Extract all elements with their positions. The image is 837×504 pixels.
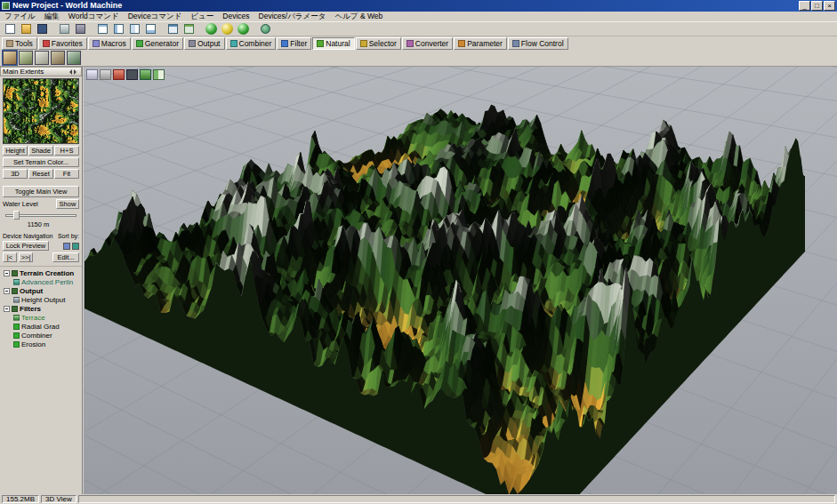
menu-world-commands[interactable]: Worldコマンド — [64, 12, 124, 21]
view-3d-button[interactable]: 3D — [3, 169, 28, 179]
toggle-main-view-button[interactable]: Toggle Main View — [3, 186, 79, 197]
combiner-tab-icon — [230, 40, 237, 47]
device-tab-bar: Tools Favorites Macros Generator Output … — [0, 36, 837, 50]
terrain-preview[interactable] — [3, 78, 79, 144]
tab-tools[interactable]: Tools — [2, 37, 37, 50]
tree-item-height-output[interactable]: Height Output — [0, 295, 82, 304]
close-button[interactable]: × — [824, 1, 835, 11]
menu-edit[interactable]: 編集 — [40, 12, 64, 21]
layout-split-icon — [114, 24, 124, 34]
converter-tab-icon — [406, 40, 414, 47]
tab-label: Tools — [15, 39, 33, 48]
water-level-slider[interactable] — [5, 211, 76, 220]
minimize-button[interactable]: _ — [799, 1, 810, 11]
app-icon — [2, 2, 10, 10]
tree-group-filters[interactable]: Filters — [0, 304, 82, 313]
world-machine-window: New Project - World Machine _ □ × ファイル 編… — [0, 0, 837, 504]
menu-file[interactable]: ファイル — [0, 12, 40, 21]
shade-mode-button[interactable]: Shade — [28, 146, 53, 156]
edit-device-button[interactable]: Edit... — [52, 252, 79, 262]
layout-single-button[interactable] — [95, 22, 110, 36]
water-level-label: Water Level — [3, 200, 38, 208]
water-show-button[interactable]: Show — [56, 199, 79, 209]
fit-view-button[interactable]: Fit — [54, 169, 79, 179]
toolbar-separator — [197, 22, 203, 36]
overlay-toggle-icon[interactable] — [153, 69, 165, 80]
3d-view-canvas[interactable] — [84, 67, 837, 494]
device-workview-button[interactable] — [165, 22, 181, 36]
tab-natural[interactable]: Natural — [312, 37, 354, 50]
collapse-icon[interactable] — [4, 288, 10, 294]
open-folder-icon — [21, 24, 31, 34]
tab-parameter[interactable]: Parameter — [454, 37, 507, 50]
menu-help-web[interactable]: ヘルプ & Web — [330, 12, 387, 21]
tab-generator[interactable]: Generator — [132, 37, 183, 50]
toolbar-separator — [252, 22, 257, 36]
left-panel: Main Extents Height Shade H+S Set Terrai… — [0, 67, 83, 494]
sort-swatch-green[interactable] — [72, 243, 79, 250]
texture-icon[interactable] — [140, 69, 151, 80]
maximize-button[interactable]: □ — [811, 1, 823, 11]
natural-device-icon-1[interactable] — [3, 51, 17, 65]
collapse-icon[interactable] — [4, 306, 10, 312]
menu-devices[interactable]: Devices — [218, 12, 254, 21]
tree-item-combiner[interactable]: Combiner — [0, 331, 82, 340]
tree-item-label: Radial Grad — [21, 323, 60, 331]
camera-view-icon[interactable] — [86, 69, 98, 80]
menu-device-parameters[interactable]: Devices/パラメータ — [254, 12, 331, 21]
tab-filter[interactable]: Filter — [277, 37, 311, 50]
tab-flow-control[interactable]: Flow Control — [508, 37, 568, 50]
render-world-button[interactable] — [236, 22, 251, 36]
new-file-button[interactable] — [3, 22, 18, 36]
build-progress-button[interactable] — [220, 22, 235, 36]
menu-view[interactable]: ビュー — [186, 12, 218, 21]
lighting-icon[interactable] — [113, 69, 125, 80]
build-world-button[interactable] — [204, 22, 219, 36]
tab-converter[interactable]: Converter — [402, 37, 453, 50]
tree-group-output[interactable]: Output — [0, 286, 82, 295]
device-navigation-row: Device Navigation Sort by: — [0, 232, 82, 240]
collapse-icon[interactable] — [4, 270, 10, 276]
slider-thumb[interactable] — [13, 211, 20, 220]
sort-swatch-blue[interactable] — [63, 243, 70, 250]
natural-device-icon-4[interactable] — [51, 51, 65, 65]
snapshot-button[interactable] — [73, 22, 88, 36]
display-mode-icon[interactable] — [100, 69, 111, 80]
height-mode-button[interactable]: Height — [3, 146, 28, 156]
layout-wide-button[interactable] — [143, 22, 158, 36]
tab-macros[interactable]: Macros — [88, 37, 131, 50]
layout-split-button[interactable] — [111, 22, 126, 36]
lock-preview-row: Lock Preview — [0, 240, 82, 252]
open-button[interactable] — [19, 22, 34, 36]
perspective-icon[interactable] — [126, 69, 138, 80]
menu-device-commands[interactable]: Deviceコマンド — [124, 12, 187, 21]
device-icon — [13, 297, 20, 303]
tree-item-advanced-perlin[interactable]: Advanced Perlin — [0, 277, 82, 286]
first-device-button[interactable]: |< — [3, 252, 17, 262]
natural-device-icon-5[interactable] — [67, 51, 81, 65]
lock-preview-button[interactable]: Lock Preview — [3, 241, 49, 251]
viewport-toolbar — [86, 69, 165, 80]
height-shade-mode-button[interactable]: H+S — [54, 146, 79, 156]
save-button[interactable] — [35, 22, 50, 36]
scroll-left-icon[interactable] — [67, 69, 72, 75]
tree-item-terrace[interactable]: Terrace — [0, 313, 82, 322]
layout-quad-button[interactable] — [127, 22, 142, 36]
export-button[interactable] — [57, 22, 72, 36]
tree-item-erosion[interactable]: Erosion — [0, 340, 82, 348]
scene-view-button[interactable] — [181, 22, 197, 36]
scroll-right-icon[interactable] — [74, 69, 79, 75]
viewport-3d — [84, 67, 837, 494]
tree-group-terrain-creation[interactable]: Terrain Creation — [0, 268, 82, 277]
world-parameters-button[interactable] — [258, 22, 273, 36]
natural-device-icon-3[interactable] — [35, 51, 49, 65]
tab-favorites[interactable]: Favorites — [38, 37, 87, 50]
set-terrain-color-button[interactable]: Set Terrain Color... — [3, 157, 79, 167]
reset-view-button[interactable]: Reset — [28, 169, 53, 179]
tree-item-radial-grad[interactable]: Radial Grad — [0, 322, 82, 331]
tab-output[interactable]: Output — [184, 37, 225, 50]
natural-device-icon-2[interactable] — [19, 51, 33, 65]
tab-selector[interactable]: Selector — [356, 37, 401, 50]
tab-combiner[interactable]: Combiner — [226, 37, 277, 50]
last-device-button[interactable]: >>| — [19, 252, 33, 262]
